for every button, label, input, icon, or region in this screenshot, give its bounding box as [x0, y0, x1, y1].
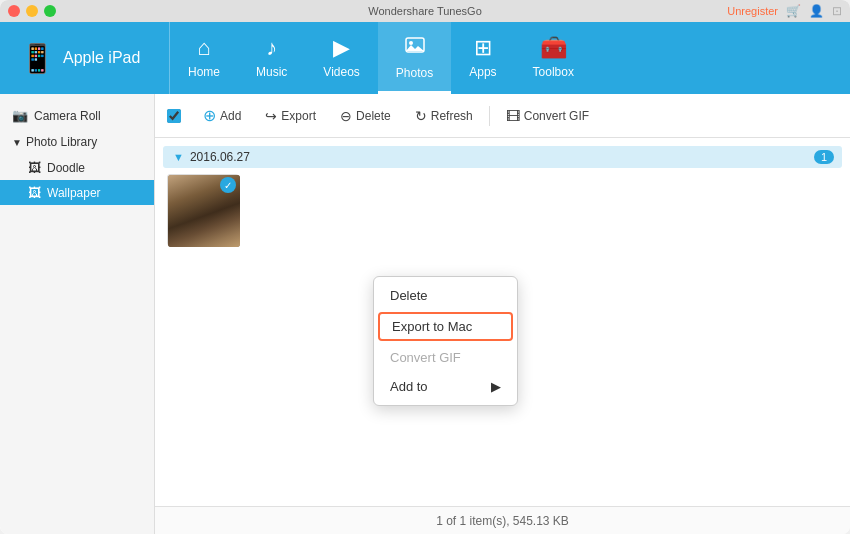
device-info: 📱 Apple iPad: [0, 22, 170, 94]
tab-home-label: Home: [188, 65, 220, 79]
tab-photos-label: Photos: [396, 66, 433, 80]
device-icon: 📱: [20, 42, 55, 75]
title-bar: Wondershare TunesGo Unregister 🛒 👤 ⊡: [0, 0, 850, 22]
date-header: ▼ 2016.06.27 1: [163, 146, 842, 168]
date-label: 2016.06.27: [190, 150, 250, 164]
apps-icon: ⊞: [474, 35, 492, 61]
camera-roll-icon: 📷: [12, 108, 28, 123]
tab-toolbox[interactable]: 🧰 Toolbox: [515, 22, 592, 94]
toolbar: ⊕ Add ↪ Export ⊖ Delete ↻ Refresh 🎞 Conv…: [155, 94, 850, 138]
delete-label: Delete: [356, 109, 391, 123]
add-to-label: Add to: [390, 379, 428, 394]
tab-apps-label: Apps: [469, 65, 496, 79]
refresh-button[interactable]: ↻ Refresh: [405, 104, 483, 128]
traffic-lights: [8, 5, 56, 17]
export-label: Export: [281, 109, 316, 123]
photos-icon: [404, 34, 426, 62]
home-icon: ⌂: [197, 35, 210, 61]
wallpaper-icon: 🖼: [28, 185, 41, 200]
export-button[interactable]: ↪ Export: [255, 104, 326, 128]
tab-music[interactable]: ♪ Music: [238, 22, 305, 94]
sidebar-group-photo-library[interactable]: ▼ Photo Library: [0, 129, 154, 155]
context-menu-convert-gif: Convert GIF: [374, 343, 517, 372]
maximize-button[interactable]: [44, 5, 56, 17]
context-menu-delete[interactable]: Delete: [374, 281, 517, 310]
photo-check-icon: ✓: [220, 177, 236, 193]
chevron-down-icon: ▼: [12, 137, 22, 148]
main: 📷 Camera Roll ▼ Photo Library 🖼 Doodle 🖼…: [0, 94, 850, 534]
music-icon: ♪: [266, 35, 277, 61]
sidebar-item-camera-roll[interactable]: 📷 Camera Roll: [0, 102, 154, 129]
toolbox-icon: 🧰: [540, 35, 567, 61]
doodle-icon: 🖼: [28, 160, 41, 175]
date-group: ▼ 2016.06.27 1 ✓: [163, 146, 842, 246]
refresh-label: Refresh: [431, 109, 473, 123]
status-text: 1 of 1 item(s), 545.13 KB: [436, 514, 569, 528]
submenu-arrow-icon: ▶: [491, 379, 501, 394]
add-label: Add: [220, 109, 241, 123]
convert-gif-label: Convert GIF: [524, 109, 589, 123]
delete-button[interactable]: ⊖ Delete: [330, 104, 401, 128]
tab-music-label: Music: [256, 65, 287, 79]
title-bar-actions: Unregister 🛒 👤 ⊡: [727, 4, 842, 18]
context-menu: Delete Export to Mac Convert GIF Add to …: [373, 276, 518, 406]
close-button[interactable]: [8, 5, 20, 17]
minimize-button[interactable]: [26, 5, 38, 17]
videos-icon: ▶: [333, 35, 350, 61]
tab-home[interactable]: ⌂ Home: [170, 22, 238, 94]
refresh-icon: ↻: [415, 108, 427, 124]
device-label: Apple iPad: [63, 49, 140, 67]
tab-videos-label: Videos: [323, 65, 359, 79]
nav-tabs: ⌂ Home ♪ Music ▶ Videos Photos ⊞ Apps: [170, 22, 850, 94]
delete-icon: ⊖: [340, 108, 352, 124]
camera-roll-label: Camera Roll: [34, 109, 101, 123]
photo-library-label: Photo Library: [26, 135, 97, 149]
date-chevron-icon: ▼: [173, 151, 184, 163]
add-button[interactable]: ⊕ Add: [193, 102, 251, 129]
app-title: Wondershare TunesGo: [368, 5, 482, 17]
tab-photos[interactable]: Photos: [378, 22, 451, 94]
header: 📱 Apple iPad ⌂ Home ♪ Music ▶ Videos Pho…: [0, 22, 850, 94]
photo-item[interactable]: ✓: [167, 174, 239, 246]
svg-point-1: [409, 41, 413, 45]
add-icon: ⊕: [203, 106, 216, 125]
date-badge: 1: [814, 150, 834, 164]
export-icon: ↪: [265, 108, 277, 124]
window-icon[interactable]: ⊡: [832, 4, 842, 18]
convert-gif-button[interactable]: 🎞 Convert GIF: [496, 104, 599, 128]
sidebar-item-doodle[interactable]: 🖼 Doodle: [0, 155, 154, 180]
wallpaper-label: Wallpaper: [47, 186, 101, 200]
photo-area: ▼ 2016.06.27 1 ✓ Delete Export to Mac: [155, 138, 850, 506]
account-icon[interactable]: 👤: [809, 4, 824, 18]
toolbar-divider: [489, 106, 490, 126]
status-bar: 1 of 1 item(s), 545.13 KB: [155, 506, 850, 534]
tab-apps[interactable]: ⊞ Apps: [451, 22, 514, 94]
sidebar-item-wallpaper[interactable]: 🖼 Wallpaper: [0, 180, 154, 205]
content: ⊕ Add ↪ Export ⊖ Delete ↻ Refresh 🎞 Conv…: [155, 94, 850, 534]
cart-icon[interactable]: 🛒: [786, 4, 801, 18]
gif-icon: 🎞: [506, 108, 520, 124]
context-menu-export-to-mac[interactable]: Export to Mac: [378, 312, 513, 341]
tab-videos[interactable]: ▶ Videos: [305, 22, 377, 94]
unregister-link[interactable]: Unregister: [727, 5, 778, 17]
context-menu-add-to[interactable]: Add to ▶: [374, 372, 517, 401]
sidebar: 📷 Camera Roll ▼ Photo Library 🖼 Doodle 🖼…: [0, 94, 155, 534]
doodle-label: Doodle: [47, 161, 85, 175]
photo-grid: ✓: [163, 174, 842, 246]
tab-toolbox-label: Toolbox: [533, 65, 574, 79]
select-all-checkbox[interactable]: [167, 109, 181, 123]
